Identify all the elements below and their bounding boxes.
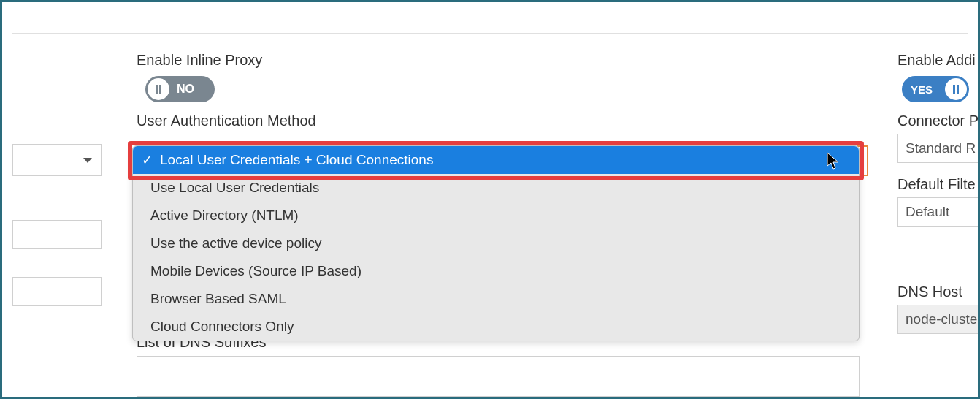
left-input-fragment-2[interactable] xyxy=(12,220,102,249)
user-auth-method-dropdown[interactable]: ✓ Local User Credentials + Cloud Connect… xyxy=(132,145,860,341)
toggle-value: NO xyxy=(177,83,194,96)
auth-option[interactable]: Cloud Connectors Only xyxy=(133,313,859,341)
auth-option[interactable]: Browser Based SAML xyxy=(133,285,859,313)
connector-select[interactable]: Standard R xyxy=(897,134,980,163)
default-filter-label: Default Filte xyxy=(897,176,980,193)
auth-option[interactable]: Use the active device policy xyxy=(133,229,859,257)
enable-addi-label: Enable Addi xyxy=(897,52,980,69)
auth-option[interactable]: Active Directory (NTLM) xyxy=(133,202,859,229)
enable-addi-toggle[interactable]: YES xyxy=(902,76,969,102)
connector-label: Connector P xyxy=(897,113,980,129)
default-filter-select[interactable]: Default xyxy=(897,197,980,227)
center-column: Enable Inline Proxy NO User Authenticati… xyxy=(137,52,874,132)
right-column: Enable Addi YES Connector P Standard R D… xyxy=(897,52,980,334)
left-input-fragment-3[interactable] xyxy=(12,277,102,306)
toggle-value: YES xyxy=(911,83,933,96)
dns-host-label: DNS Host xyxy=(897,284,980,300)
toggle-handle-icon xyxy=(945,78,967,100)
dns-suffixes-input[interactable] xyxy=(137,356,860,397)
auth-option[interactable]: Use Local User Credentials xyxy=(133,174,859,202)
toggle-handle-icon xyxy=(148,78,169,100)
main-area: Enable Inline Proxy NO User Authenticati… xyxy=(12,52,968,387)
chevron-down-icon xyxy=(83,158,92,163)
settings-panel: Enable Inline Proxy NO User Authenticati… xyxy=(0,0,980,399)
enable-inline-proxy-toggle[interactable]: NO xyxy=(145,76,215,102)
auth-option[interactable]: Mobile Devices (Source IP Based) xyxy=(133,257,859,285)
divider xyxy=(12,33,968,34)
auth-option-label: Local User Credentials + Cloud Connectio… xyxy=(160,152,433,168)
dns-host-input[interactable]: node-cluste xyxy=(897,305,980,334)
auth-option-selected[interactable]: ✓ Local User Credentials + Cloud Connect… xyxy=(133,146,859,174)
enable-inline-proxy-label: Enable Inline Proxy xyxy=(137,52,874,69)
user-auth-method-label: User Authentication Method xyxy=(137,113,874,129)
check-icon: ✓ xyxy=(142,152,153,168)
left-dropdown-fragment[interactable] xyxy=(12,144,102,176)
